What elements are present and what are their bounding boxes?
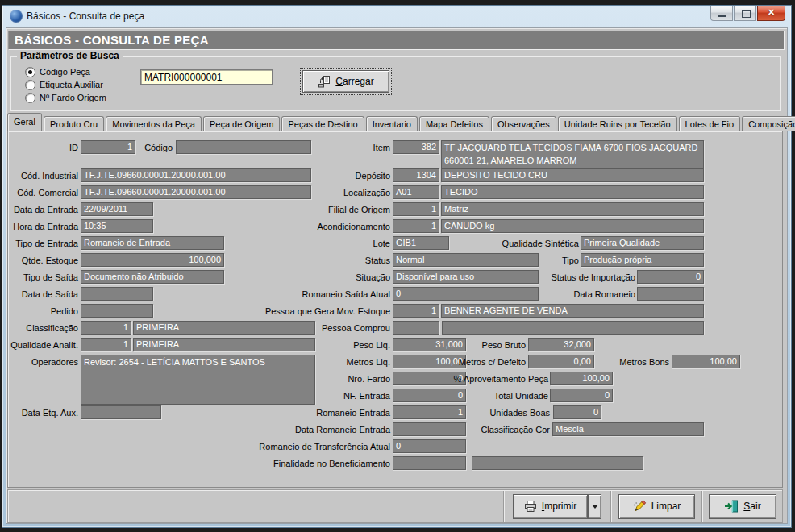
page-title: BÁSICOS - CONSULTA DE PEÇA	[8, 31, 784, 49]
tab-movimentos-da-peca[interactable]: Movimentos da Peça	[106, 116, 202, 131]
field-pessoa-gera-mov-label: Pessoa que Gera Mov. Estoque	[245, 305, 390, 318]
tab-pecas-de-destino[interactable]: Peças de Destino	[281, 116, 364, 131]
printer-icon	[524, 500, 537, 513]
field-qualidade-analit-label: Qualidade Analít.	[10, 339, 78, 351]
field-peso-bruto-label: Peso Bruto	[460, 339, 526, 351]
client-area: BÁSICOS - CONSULTA DE PEÇA Parâmetros de…	[6, 27, 788, 524]
field-data-romaneio-label: Data Romaneio	[532, 288, 635, 301]
field-item-value: TF JACQUARD TELA TECIDOS FIAMA 6700 FIOS…	[441, 140, 704, 168]
tab-unidade-ruins-por-tecelao[interactable]: Unidade Ruins por Tecelão	[558, 116, 677, 131]
close-button[interactable]: ✕	[757, 6, 785, 21]
field-unidades-boas-value: 0	[553, 405, 601, 419]
clear-button-panel: Limpar	[610, 491, 702, 522]
field-romaneio-transf-label: Romaneio de Transferência Atual	[245, 440, 390, 453]
field-acondicionamento-code: 1	[393, 219, 439, 233]
clear-button[interactable]: Limpar	[618, 494, 695, 519]
field-cod-industrial-label: Cód. Industrial	[10, 169, 78, 182]
radio-etiqueta-auxiliar[interactable]: Etiqueta Auxiliar	[25, 79, 103, 90]
load-button-label: Carregar	[335, 76, 373, 87]
field-situacao-label: Situação	[245, 271, 390, 284]
field-finalidade-value	[393, 456, 466, 470]
radio-codigo-peca[interactable]: Código Peça	[25, 66, 90, 77]
field-situacao-value: Disponível para uso	[393, 270, 539, 284]
search-group-title: Parâmetros de Busca	[17, 50, 123, 61]
radio-fardo-origem-label: Nº Fardo Origem	[40, 93, 106, 102]
tab-produto-cru[interactable]: Produto Cru	[44, 116, 104, 131]
field-classificacao-code: 1	[81, 321, 131, 335]
field-nf-entrada-label: NF. Entrada	[245, 389, 390, 402]
field-localizacao-value: TECIDO	[441, 185, 704, 199]
close-icon: ✕	[768, 7, 775, 17]
field-romaneio-entrada-value: 1	[393, 405, 466, 419]
field-pessoa-comprou-value	[442, 321, 704, 335]
field-classificacao-cor-label: Classificação Cor	[460, 423, 550, 436]
field-metros-liq-label: Metros Liq.	[245, 355, 390, 368]
field-operadores-label: Operadores	[10, 355, 78, 368]
field-acondicionamento-label: Acondicionamento	[245, 220, 390, 233]
field-acondicionamento-value: CANUDO kg	[441, 219, 704, 233]
field-pessoa-gera-mov-value: BENNER AGENTE DE VENDA	[441, 304, 704, 318]
field-pessoa-comprou-label: Pessoa Comprou	[245, 322, 390, 335]
tab-observacoes[interactable]: Observações	[491, 116, 556, 131]
minimize-button[interactable]	[710, 6, 733, 21]
title-bar[interactable]: Básicos - Consulta de peça ✕	[2, 6, 791, 27]
field-metros-defeito-label: Metros c/ Defeito	[447, 355, 526, 368]
field-data-entrada-label: Data da Entrada	[10, 203, 78, 216]
field-data-entrada-value: 22/09/2011	[81, 202, 153, 216]
field-pedido-label: Pedido	[10, 305, 78, 318]
print-button-label: Imprimir	[542, 501, 576, 512]
field-item-label: Item	[245, 141, 390, 154]
field-total-unidade-label: Total Unidade	[439, 389, 548, 402]
field-data-romaneio-value	[637, 287, 704, 301]
field-data-romaneio-entrada-label: Data Romaneio Entrada	[245, 423, 390, 436]
radio-etiqueta-auxiliar-circle[interactable]	[25, 80, 35, 90]
tab-composicao[interactable]: Composição	[742, 116, 795, 131]
field-peso-liq-label: Peso Liq.	[245, 339, 390, 351]
tab-lotes-de-fio[interactable]: Lotes de Fio	[679, 116, 741, 131]
load-button-focus-frame: Carregar	[300, 68, 392, 95]
field-qualidade-sintetica-label: Qualidade Sintética	[460, 237, 579, 250]
field-tipo-value: Produção própria	[581, 253, 704, 267]
piece-code-input[interactable]: MATRI000000001	[140, 69, 273, 85]
exit-door-icon	[724, 500, 739, 513]
radio-fardo-origem-circle[interactable]	[25, 93, 35, 103]
radio-fardo-origem[interactable]: Nº Fardo Origem	[25, 92, 106, 103]
tab-inventario[interactable]: Inventario	[366, 116, 418, 131]
eraser-pencil-icon	[633, 500, 647, 513]
field-lote-value: GIB1	[393, 236, 449, 250]
field-finalidade-value2	[472, 456, 643, 470]
app-window: Básicos - Consulta de peça ✕ BÁSICOS - C…	[2, 5, 792, 528]
maximize-button[interactable]	[734, 6, 756, 21]
radio-codigo-peca-circle[interactable]	[25, 67, 35, 77]
exit-button-panel: Sair	[701, 491, 783, 522]
field-metros-defeito-value: 0,00	[528, 355, 594, 368]
print-dropdown-button[interactable]	[588, 494, 601, 519]
field-id-label: ID	[10, 141, 78, 154]
exit-button[interactable]: Sair	[709, 494, 776, 519]
search-parameters-group: Parâmetros de Busca Código Peça Etiqueta…	[10, 56, 780, 110]
radio-etiqueta-auxiliar-label: Etiqueta Auxiliar	[40, 80, 103, 89]
field-peso-liq-value: 31,000	[393, 338, 466, 351]
field-tipo-entrada-value: Romaneio de Entrada	[81, 236, 224, 250]
field-peso-bruto-value: 32,000	[528, 338, 594, 351]
field-pessoa-gera-mov-code: 1	[393, 304, 439, 318]
print-button-panel: Imprimir	[503, 491, 610, 522]
field-status-importacao-value: 0	[637, 270, 704, 284]
load-button[interactable]: Carregar	[302, 70, 389, 93]
field-romaneio-saida-atual-label: Romaneio Saída Atual	[245, 288, 390, 301]
print-button[interactable]: Imprimir	[513, 494, 588, 519]
field-filial-origem-value: Matriz	[441, 202, 704, 216]
field-classificacao-label: Classificação	[10, 322, 78, 335]
tab-geral[interactable]: Geral	[7, 113, 42, 131]
field-localizacao-code: A01	[393, 185, 439, 199]
exit-button-label: Sair	[743, 501, 760, 512]
field-romaneio-entrada-label: Romaneio Entrada	[245, 406, 390, 419]
field-data-etq-aux-label: Data Etq. Aux.	[10, 406, 78, 419]
tab-peca-de-origem[interactable]: Peça de Origem	[203, 116, 280, 131]
field-nro-fardo-label: Nro. Fardo	[245, 372, 390, 385]
field-filial-origem-label: Filial de Origem	[245, 203, 390, 216]
app-logo-icon	[10, 10, 23, 23]
tab-mapa-defeitos[interactable]: Mapa Defeitos	[419, 116, 489, 131]
field-hora-entrada-label: Hora da Entrada	[10, 220, 78, 233]
field-aproveitamento-label: % Aproveitamento Peça	[439, 372, 548, 385]
